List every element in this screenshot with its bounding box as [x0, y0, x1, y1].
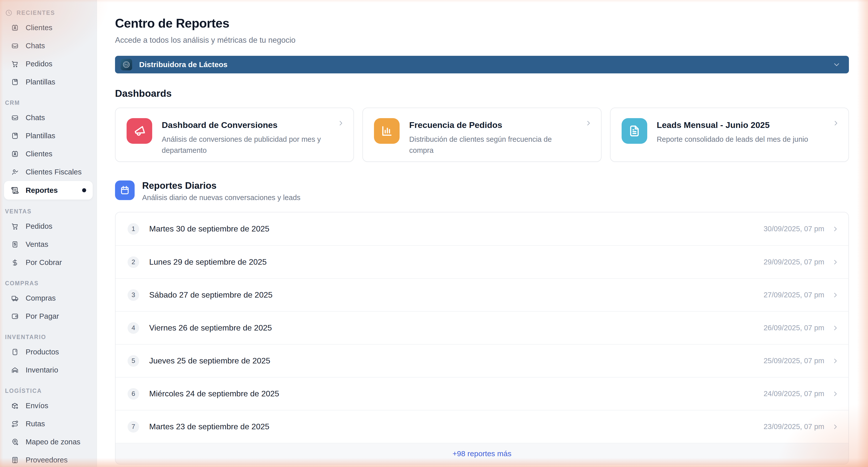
page-subtitle: Accede a todos los análisis y métricas d… [115, 36, 849, 45]
sidebar-item-inventario-productos[interactable]: Productos [0, 343, 97, 361]
refrigerator-icon [11, 348, 19, 356]
sidebar-item-compras-por-pagar[interactable]: Por Pagar [0, 307, 97, 325]
sidebar-item-crm-clientes[interactable]: Clientes [0, 145, 97, 163]
sidebar-item-recientes-pedidos[interactable]: Pedidos [0, 55, 97, 73]
sidebar-item-crm-chats[interactable]: Chats [0, 109, 97, 127]
dashboard-card-leads-mensual[interactable]: Leads Mensual - Junio 2025 Reporte conso… [610, 108, 849, 162]
sidebar-item-label: Ventas [26, 240, 48, 249]
sidebar-item-label: Pedidos [26, 60, 53, 68]
list-footer: +98 reportes más [116, 443, 848, 464]
report-row[interactable]: 1 Martes 30 de septiembre de 2025 30/09/… [116, 212, 848, 245]
id-card-icon [11, 150, 19, 158]
inbox-icon [11, 114, 19, 122]
sidebar-item-label: Chats [26, 113, 45, 122]
main-content: Centro de Reportes Accede a todos los an… [97, 0, 868, 467]
card-body: Frecuencia de Pedidos Distribución de cl… [409, 118, 590, 156]
row-index-badge: 1 [128, 223, 139, 235]
chevron-down-icon [833, 61, 840, 68]
chevron-right-icon [832, 390, 839, 398]
sidebar-item-label: Productos [26, 348, 59, 356]
sidebar-item-label: Chats [26, 41, 45, 50]
book-marked-icon [11, 78, 19, 86]
route-icon [11, 420, 19, 428]
sidebar-item-logistica-mapeo-de-zonas[interactable]: Mapeo de zonas [0, 433, 97, 451]
daily-reports-list: 1 Martes 30 de septiembre de 2025 30/09/… [115, 212, 849, 465]
dollar-sign-icon [11, 259, 19, 266]
row-index-badge: 6 [128, 388, 139, 400]
sidebar-section-label: VENTAS [5, 208, 32, 215]
sidebar-item-ventas-pedidos[interactable]: Pedidos [0, 217, 97, 235]
sidebar-item-label: Compras [26, 294, 56, 302]
dashboards-grid: Dashboard de Conversiones Análisis de co… [115, 108, 849, 162]
dashboard-card-frecuencia[interactable]: Frecuencia de Pedidos Distribución de cl… [363, 108, 601, 162]
building-icon [11, 456, 19, 464]
sidebar-item-recientes-chats[interactable]: Chats [0, 37, 97, 55]
sidebar-item-label: Por Cobrar [26, 258, 62, 267]
sidebar-item-label: Inventario [26, 366, 58, 374]
report-row[interactable]: 3 Sábado 27 de septiembre de 2025 27/09/… [116, 278, 848, 311]
more-reports-link[interactable]: +98 reportes más [453, 449, 512, 458]
user-check-icon [11, 168, 19, 176]
inbox-icon [11, 42, 19, 50]
report-row[interactable]: 6 Miércoles 24 de septiembre de 2025 24/… [116, 377, 848, 410]
sidebar-item-label: Por Pagar [26, 312, 59, 320]
sidebar-item-logistica-envios[interactable]: Envíos [0, 397, 97, 415]
report-timestamp: 23/09/2025, 07 pm [764, 422, 824, 431]
megaphone-icon [127, 118, 152, 144]
report-title: Martes 30 de septiembre de 2025 [149, 224, 270, 233]
chevron-right-icon [832, 357, 839, 364]
map-pin-plus-icon [11, 438, 19, 446]
page-title: Centro de Reportes [115, 16, 849, 31]
warehouse-icon [11, 366, 19, 374]
sidebar-item-compras-compras[interactable]: Compras [0, 289, 97, 307]
sidebar-item-crm-reportes[interactable]: Reportes [4, 181, 93, 200]
sidebar-item-recientes-clientes[interactable]: Clientes [0, 19, 97, 37]
sidebar-item-label: Mapeo de zonas [26, 438, 81, 446]
business-selector[interactable]: Distribuidora de Lácteos [115, 56, 849, 74]
sidebar-item-label: Clientes [26, 150, 53, 158]
sidebar-section-inventario: INVENTARIO [0, 331, 97, 343]
sidebar-item-label: Envíos [26, 401, 48, 410]
report-row[interactable]: 4 Viernes 26 de septiembre de 2025 26/09… [116, 311, 848, 344]
card-title: Frecuencia de Pedidos [409, 120, 502, 130]
sidebar-section-label: COMPRAS [5, 280, 39, 287]
daily-reports-header: Reportes Diarios Análisis diario de nuev… [115, 180, 849, 202]
sidebar-section-label: LOGÍSTICA [5, 387, 42, 395]
sidebar-item-logistica-rutas[interactable]: Rutas [0, 415, 97, 433]
report-row[interactable]: 5 Jueves 25 de septiembre de 2025 25/09/… [116, 344, 848, 377]
card-title: Leads Mensual - Junio 2025 [657, 120, 770, 130]
shopping-cart-icon [11, 223, 19, 230]
dashboard-card-conversiones[interactable]: Dashboard de Conversiones Análisis de co… [115, 108, 354, 162]
report-title: Martes 23 de septiembre de 2025 [149, 422, 270, 431]
sidebar-item-logistica-proveedores[interactable]: Proveedores [0, 451, 97, 467]
row-index-badge: 4 [128, 322, 139, 334]
book-marked-icon [11, 132, 19, 140]
report-title: Jueves 25 de septiembre de 2025 [149, 356, 270, 366]
sidebar-item-ventas-ventas[interactable]: Ventas [0, 235, 97, 253]
sidebar-item-crm-plantillas[interactable]: Plantillas [0, 127, 97, 145]
company-logo [121, 59, 132, 70]
row-index-badge: 2 [128, 256, 139, 268]
sidebar-section-recientes: RECIENTES [0, 7, 97, 19]
chevron-right-icon [832, 259, 839, 266]
sidebar-item-label: Rutas [26, 419, 45, 428]
report-row[interactable]: 2 Lunes 29 de septiembre de 2025 29/09/2… [116, 245, 848, 278]
chevron-right-icon [832, 120, 839, 127]
report-row[interactable]: 7 Martes 23 de septiembre de 2025 23/09/… [116, 410, 848, 443]
sidebar-item-ventas-por-cobrar[interactable]: Por Cobrar [0, 253, 97, 271]
dashboards-heading: Dashboards [115, 88, 849, 99]
file-text-icon [622, 118, 647, 144]
sidebar-section-compras: COMPRAS [0, 278, 97, 289]
sidebar-item-recientes-plantillas[interactable]: Plantillas [0, 73, 97, 91]
daily-reports-title: Reportes Diarios [142, 180, 300, 191]
chevron-right-icon [832, 292, 839, 299]
sidebar-item-inventario-inventario[interactable]: Inventario [0, 361, 97, 379]
sidebar-section-ventas: VENTAS [0, 206, 97, 217]
bar-chart-icon [374, 118, 400, 144]
sidebar-item-crm-clientes-fiscales[interactable]: Clientes Fiscales [0, 163, 97, 181]
business-name: Distribuidora de Lácteos [139, 60, 227, 69]
sidebar-section-crm: CRM [0, 97, 97, 109]
daily-reports-subtitle: Análisis diario de nuevas conversaciones… [142, 194, 300, 202]
report-title: Sábado 27 de septiembre de 2025 [149, 290, 273, 300]
sidebar-item-label: Pedidos [26, 222, 53, 231]
